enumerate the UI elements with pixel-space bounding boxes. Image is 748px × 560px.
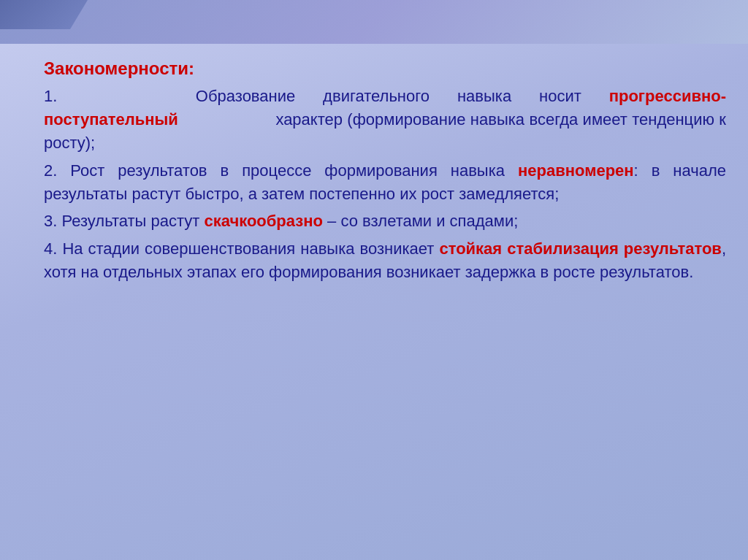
paragraph-3: 3. Результаты растут скачкообразно – со … xyxy=(44,210,726,233)
p1-number: 1. xyxy=(44,87,57,105)
top-decoration xyxy=(0,0,748,44)
paragraph-1: 1. Образование двигательного навыка носи… xyxy=(44,85,726,155)
main-text: 1. Образование двигательного навыка носи… xyxy=(44,85,726,288)
p4-red: стойкая стабилизация результатов xyxy=(439,239,721,258)
p2-red: неравномерен xyxy=(518,161,634,180)
p3-text1: Результаты растут xyxy=(61,212,204,230)
paragraph-4: 4. На стадии совершенствования навыка во… xyxy=(44,237,726,284)
p4-number: 4. xyxy=(44,239,57,258)
p3-red: скачкообразно xyxy=(204,212,323,230)
paragraph-2: 2. Рост результатов в процессе формирова… xyxy=(44,159,726,206)
p2-text1: Рост результатов в процессе формирования… xyxy=(70,161,518,180)
p3-number: 3. xyxy=(44,212,57,230)
p2-number: 2. xyxy=(44,161,57,180)
p3-text2: – со взлетами и спадами; xyxy=(323,212,518,230)
content-area: Закономерности: 1. Образование двигатель… xyxy=(44,58,726,531)
section-heading: Закономерности: xyxy=(44,58,726,79)
p4-text1: На стадии совершенствования навыка возни… xyxy=(62,239,439,258)
p1-text1: Образование двигательного навыка носит xyxy=(85,87,608,105)
